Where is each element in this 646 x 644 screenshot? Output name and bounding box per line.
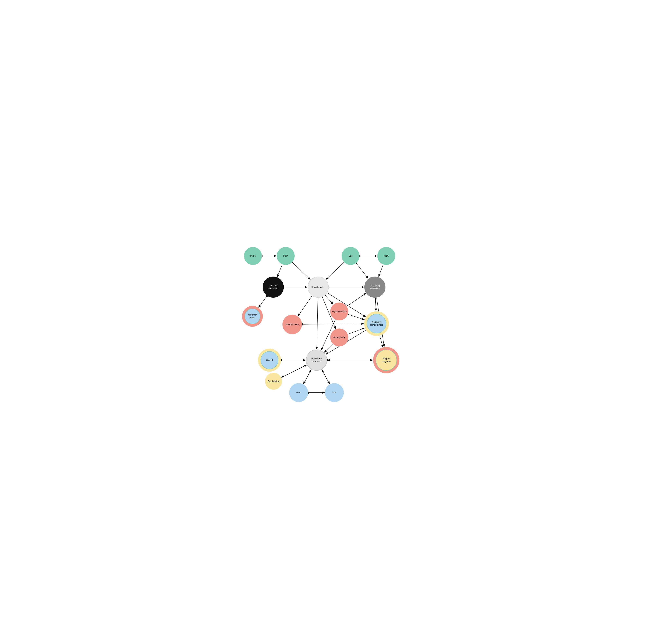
- node-support-programs: Supportprograms: [376, 350, 397, 371]
- node-recovering-hikikomori: recoveringhikikomori: [364, 277, 386, 298]
- arrow-physical-activity-recovering-hikikomori: [347, 293, 366, 306]
- node-label-dad-bottom: Dad: [332, 391, 336, 394]
- arrow-recovered-hikikomori-skill-building: [281, 365, 307, 377]
- node-label-brother: Brother: [249, 255, 256, 257]
- node-mom-top-left: Mom: [277, 247, 295, 265]
- node-label-facilitator: Facilitator:Rental sisters: [370, 321, 383, 327]
- node-school: School: [260, 351, 279, 369]
- arrow-mom-top-left-affected-hikikomori: [277, 265, 282, 277]
- node-label-school: School: [266, 359, 273, 362]
- arrow-mom-top-right-recovering-hikikomori: [379, 265, 383, 277]
- node-mom-top-right: Mom: [378, 247, 395, 265]
- node-label-affected-hikikomori: affectedhikikomori: [268, 284, 278, 290]
- node-skill-building: Skill-building: [265, 373, 282, 390]
- node-facilitator: Facilitator:Rental sisters: [367, 314, 386, 333]
- arrow-recovering-hikikomori-facilitator: [375, 298, 376, 311]
- node-label-mom-bottom: Mom: [296, 391, 301, 394]
- node-dad-bottom: Dad: [325, 383, 344, 402]
- arrow-dad-top-right-recovering-hikikomori: [356, 263, 368, 278]
- arrow-social-media-recovered-hikikomori: [317, 298, 318, 349]
- node-label-dad-top-right: Dad: [349, 255, 352, 257]
- diagram-container: BrotherMomDadMomaffectedhikikomoriSocial…: [234, 237, 412, 407]
- arrow-dad-top-right-social-media: [326, 262, 344, 279]
- arrow-recovered-hikikomori-dad-bottom: [322, 370, 330, 384]
- node-label-outdoor-time: Outdoor time: [333, 336, 345, 339]
- node-entertainment: Entertainment: [283, 315, 302, 334]
- node-physical-activity: Physical activity: [330, 302, 348, 320]
- arrow-recovered-hikikomori-mom-bottom: [303, 370, 311, 384]
- arrow-mom-top-left-social-media: [292, 262, 310, 279]
- arrow-facilitator-support-programs: [380, 336, 383, 347]
- arrow-outdoor-time-facilitator: [348, 328, 364, 334]
- node-label-support-programs: Supportprograms: [382, 357, 391, 363]
- node-social-media: Social media: [308, 277, 329, 298]
- node-hikikomori-forum: hikikomoriforum: [245, 308, 260, 324]
- node-label-hikikomori-forum: hikikomoriforum: [248, 313, 257, 319]
- arrow-social-media-entertainment: [298, 296, 312, 316]
- node-brother: Brother: [244, 247, 262, 265]
- node-label-recovered-hikikomori: Recoveredhikikomori: [312, 357, 322, 363]
- node-label-mom-top-left: Mom: [284, 255, 288, 257]
- node-label-skill-building: Skill-building: [268, 380, 280, 383]
- node-recovered-hikikomori: Recoveredhikikomori: [306, 350, 327, 371]
- arrow-affected-hikikomori-hikikomori-forum: [258, 296, 267, 308]
- node-outdoor-time: Outdoor time: [330, 329, 348, 346]
- node-label-mom-top-right: Mom: [384, 255, 389, 257]
- arrow-physical-activity-facilitator: [348, 314, 364, 320]
- node-dad-top-right: Dad: [342, 247, 359, 265]
- node-label-social-media: Social media: [312, 286, 324, 289]
- node-affected-hikikomori: affectedhikikomori: [263, 277, 284, 298]
- node-label-entertainment: Entertainment: [286, 323, 299, 326]
- node-label-physical-activity: Physical activity: [332, 310, 347, 313]
- node-mom-bottom: Mom: [289, 383, 308, 402]
- arrow-social-media-physical-activity: [325, 295, 333, 304]
- node-label-recovering-hikikomori: recoveringhikikomori: [370, 284, 380, 290]
